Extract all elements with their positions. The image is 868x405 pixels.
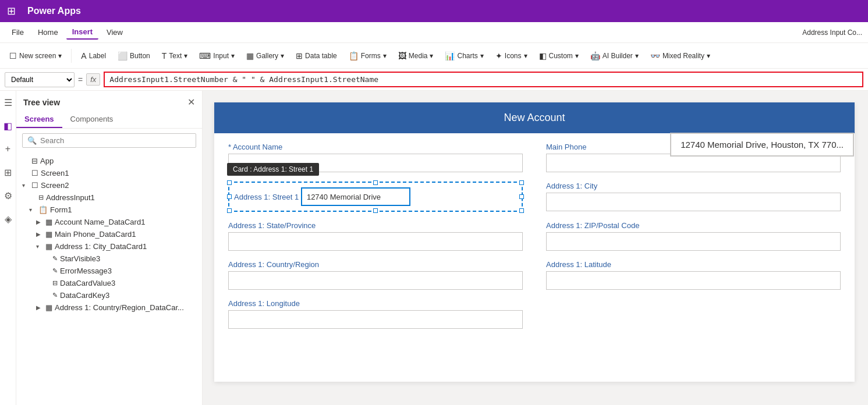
handle-tr[interactable] — [519, 180, 524, 185]
screen1-icon: ☐ — [31, 169, 38, 177]
tree-item-errormessage3[interactable]: ✎ ErrorMessage3 — [16, 265, 202, 277]
field-address-city: Address 1: City — [546, 182, 841, 212]
tree-item-addressinput1[interactable]: ⊟ AddressInput1 — [16, 191, 202, 204]
ribbon-label[interactable]: A Label — [76, 49, 111, 63]
hamburger-icon[interactable]: ☰ — [1, 95, 15, 109]
tree-tab-screens[interactable]: Screens — [16, 111, 62, 128]
tree-item-main-phone-datacard[interactable]: ▶ ▦ Main Phone_DataCard1 — [16, 228, 202, 240]
data-icon[interactable]: ⊞ — [1, 165, 15, 179]
handle-bl[interactable] — [227, 208, 232, 213]
screen2-label: Screen2 — [41, 181, 69, 190]
errormessage3-label: ErrorMessage3 — [60, 267, 112, 275]
datatable-icon: ⊞ — [296, 51, 303, 61]
ribbon-gallery[interactable]: ▦ Gallery ▾ — [242, 49, 289, 63]
tree-header: Tree view ✕ — [16, 91, 202, 111]
waffle-icon[interactable]: ⊞ — [7, 5, 16, 17]
menu-home[interactable]: Home — [32, 26, 64, 39]
tree-item-datacardkey3[interactable]: ✎ DataCardKey3 — [16, 289, 202, 301]
tree-item-form1[interactable]: ▾ 📋 Form1 — [16, 204, 202, 216]
input-address-city[interactable] — [546, 193, 841, 211]
icons-icon: ✦ — [495, 51, 502, 61]
ribbon-ai-builder[interactable]: 🤖 AI Builder ▾ — [586, 49, 643, 63]
button-icon: ⬜ — [118, 51, 127, 61]
ribbon-text[interactable]: T Text ▾ — [157, 49, 193, 63]
tree-panel: Tree view ✕ Screens Components 🔍 ⊟ App ☐… — [16, 91, 203, 405]
address-city-datacard-icon: ▦ — [45, 242, 52, 251]
ribbon-input[interactable]: ⌨ Input ▾ — [194, 49, 239, 63]
input-address-longitude[interactable] — [228, 310, 523, 329]
form-body: * Account Name Main Phone Card : Address… — [214, 133, 855, 338]
tree-item-address-country-datacard[interactable]: ▶ ▦ Address 1: Country/Region_DataCar... — [16, 301, 202, 314]
tree-content: ⊟ App ☐ Screen1 ▾ ☐ Screen2 ⊟ AddressInp… — [16, 152, 202, 405]
advance-icon[interactable]: ◈ — [1, 212, 15, 226]
tree-item-app[interactable]: ⊟ App — [16, 155, 202, 167]
tree-tab-components[interactable]: Components — [62, 111, 122, 128]
search-icon: 🔍 — [27, 136, 37, 145]
gallery-icon: ▦ — [246, 51, 254, 61]
main-phone-datacard-icon: ▦ — [45, 230, 52, 239]
tree-item-screen1[interactable]: ☐ Screen1 — [16, 167, 202, 179]
ribbon-datatable[interactable]: ⊞ Data table — [291, 49, 342, 63]
ribbon-charts[interactable]: 📊 Charts ▾ — [440, 49, 488, 63]
search-input[interactable] — [40, 136, 191, 145]
datacardvalue3-icon: ⊟ — [52, 279, 58, 287]
mixed-reality-icon: 👓 — [650, 51, 660, 61]
ribbon-mixed-reality[interactable]: 👓 Mixed Reality ▾ — [646, 49, 715, 63]
ribbon-media[interactable]: 🖼 Media ▾ — [394, 49, 438, 63]
input-address-state[interactable] — [228, 232, 523, 251]
tree-item-account-name-datacard[interactable]: ▶ ▦ Account Name_DataCard1 — [16, 216, 202, 228]
tree-view-icon[interactable]: ◧ — [1, 119, 15, 133]
datacardvalue3-label: DataCardValue3 — [60, 279, 115, 287]
ribbon-forms[interactable]: 📋 Forms ▾ — [344, 49, 391, 63]
settings-icon[interactable]: ⚙ — [1, 189, 15, 202]
field-address-country: Address 1: Country/Region — [228, 260, 523, 290]
handle-bm[interactable] — [373, 208, 378, 213]
menu-right-text: Address Input Co... — [802, 29, 862, 37]
formula-equals: = — [78, 75, 83, 84]
menu-file[interactable]: File — [6, 26, 30, 39]
label-address-state: Address 1: State/Province — [228, 221, 523, 230]
handle-tl[interactable] — [227, 180, 232, 185]
menu-insert[interactable]: Insert — [66, 25, 98, 40]
formula-fx-button[interactable]: fx — [86, 73, 100, 86]
tree-item-address-city-datacard[interactable]: ▾ ▦ Address 1: City_DataCard1 — [16, 240, 202, 253]
ribbon-custom[interactable]: ◧ Custom ▾ — [534, 49, 583, 63]
handle-br[interactable] — [519, 208, 524, 213]
account-name-datacard-icon: ▦ — [45, 218, 52, 226]
new-screen-label: New screen — [19, 52, 56, 60]
tree-item-screen2[interactable]: ▾ ☐ Screen2 — [16, 179, 202, 191]
label-address-longitude: Address 1: Longitude — [228, 299, 523, 308]
formula-input[interactable] — [104, 72, 863, 87]
tree-close-button[interactable]: ✕ — [187, 97, 195, 108]
canvas-area[interactable]: New Account * Account Name Main Phone Ca… — [203, 91, 868, 405]
tree-item-datacardvalue3[interactable]: ⊟ DataCardValue3 — [16, 277, 202, 289]
ai-builder-icon: 🤖 — [590, 51, 600, 61]
menu-view[interactable]: View — [101, 26, 129, 39]
ribbon-new-screen[interactable]: ☐ New screen ▾ — [5, 49, 66, 63]
form1-label: Form1 — [50, 205, 72, 214]
errormessage3-icon: ✎ — [52, 267, 58, 275]
ribbon-icons[interactable]: ✦ Icons ▾ — [491, 49, 532, 63]
handle-ml[interactable] — [227, 194, 232, 199]
new-screen-chevron: ▾ — [58, 52, 62, 60]
screen2-chevron: ▾ — [22, 182, 29, 189]
addressinput1-label: AddressInput1 — [46, 193, 95, 202]
field-address-state: Address 1: State/Province — [228, 221, 523, 251]
form1-icon: 📋 — [38, 205, 48, 214]
menu-bar: File Home Insert View Address Input Co..… — [0, 22, 868, 43]
ribbon-button[interactable]: ⬜ Button — [113, 49, 155, 63]
empty-cell — [546, 299, 841, 329]
label-account-name: * Account Name — [228, 143, 523, 151]
handle-tm[interactable] — [373, 180, 378, 185]
handle-mr[interactable] — [519, 194, 524, 199]
input-icon: ⌨ — [199, 51, 211, 61]
input-address-zip[interactable] — [546, 232, 841, 251]
formula-dropdown[interactable]: Default — [5, 72, 75, 87]
input-address-country[interactable] — [228, 271, 523, 290]
tree-item-starvisible3[interactable]: ✎ StarVisible3 — [16, 253, 202, 265]
field-address-longitude: Address 1: Longitude — [228, 299, 523, 329]
input-address-street[interactable] — [301, 187, 410, 206]
add-icon[interactable]: + — [1, 142, 15, 156]
input-address-latitude[interactable] — [546, 271, 841, 290]
tree-title: Tree view — [23, 98, 60, 107]
